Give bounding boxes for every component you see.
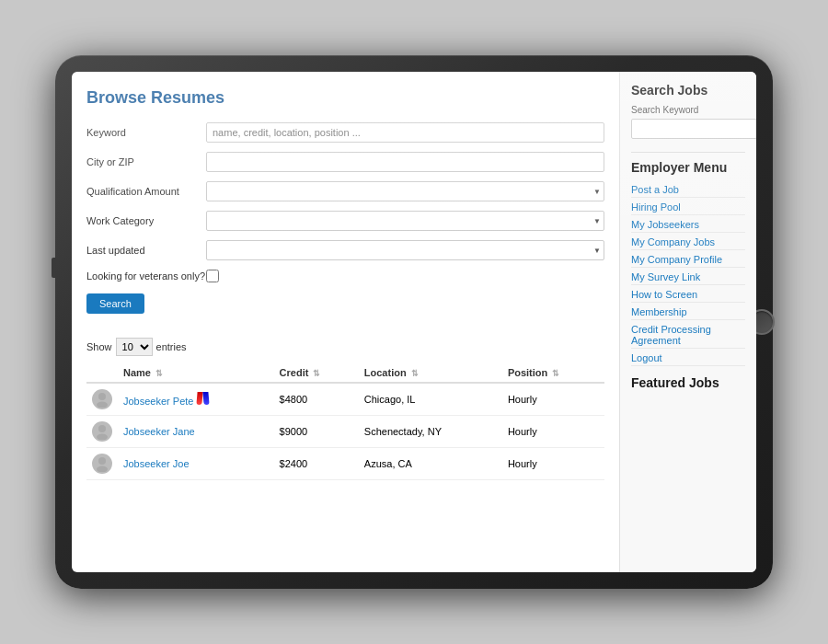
featured-jobs-title: Featured Jobs (631, 375, 745, 390)
last-updated-label: Last updated (86, 245, 206, 256)
position-sort-icon[interactable]: ⇅ (552, 369, 559, 378)
table-row: Jobseeker Pete $4800 Chicago, IL Hourly (86, 383, 604, 416)
results-table: Name ⇅ Credit ⇅ Location ⇅ Position ⇅ (86, 363, 604, 480)
content-area: Browse Resumes Keyword City or ZIP Quali… (72, 72, 756, 572)
city-input[interactable] (206, 152, 604, 172)
avatar-cell (86, 416, 118, 448)
credit-cell: $2400 (274, 448, 359, 480)
divider-1 (631, 152, 745, 153)
veteran-badge (197, 392, 209, 405)
employer-menu-item[interactable]: Logout (631, 351, 745, 366)
entries-label: entries (156, 341, 187, 352)
search-keyword-label: Search Keyword (631, 105, 745, 115)
employer-menu-item[interactable]: Membership (631, 305, 745, 320)
svg-point-0 (98, 393, 106, 400)
table-row: Jobseeker Joe $2400 Azusa, CA Hourly (86, 448, 604, 480)
ribbon-blue (202, 392, 209, 405)
name-cell: Jobseeker Joe (118, 448, 274, 480)
last-updated-select[interactable] (206, 240, 604, 260)
credit-cell: $9000 (274, 416, 359, 448)
city-label: City or ZIP (86, 156, 206, 167)
svg-point-2 (98, 425, 106, 432)
keyword-label: Keyword (86, 127, 206, 138)
city-row: City or ZIP (86, 152, 604, 172)
employer-menu-links: Post a JobHiring PoolMy JobseekersMy Com… (631, 182, 745, 366)
work-category-select-wrapper (206, 211, 604, 231)
employer-menu-item[interactable]: My Jobseekers (631, 217, 745, 233)
credit-cell: $4800 (274, 383, 359, 416)
employer-menu-item[interactable]: Credit Processing Agreement (631, 322, 745, 349)
qualification-select[interactable] (206, 181, 604, 201)
avatar-cell (86, 383, 118, 416)
svg-point-5 (97, 466, 108, 473)
col-position: Position ⇅ (502, 363, 604, 383)
avatar-icon (92, 454, 112, 474)
location-cell: Azusa, CA (359, 448, 502, 480)
show-label: Show (86, 341, 112, 352)
position-cell: Hourly (502, 448, 604, 480)
employer-menu-item[interactable]: My Survey Link (631, 270, 745, 285)
name-cell: Jobseeker Pete (118, 383, 274, 416)
name-link[interactable]: Jobseeker Jane (123, 426, 195, 437)
last-updated-row: Last updated (86, 240, 604, 260)
col-name: Name ⇅ (118, 363, 274, 383)
page-title: Browse Resumes (86, 88, 604, 108)
ribbon-red (196, 392, 202, 405)
qualification-select-wrapper (206, 181, 604, 201)
credit-sort-icon[interactable]: ⇅ (313, 369, 320, 378)
svg-point-4 (98, 457, 106, 465)
position-cell: Hourly (502, 416, 604, 448)
svg-point-3 (97, 434, 108, 441)
name-link[interactable]: Jobseeker Pete (123, 396, 193, 407)
name-link[interactable]: Jobseeker Joe (123, 458, 190, 469)
employer-menu-item[interactable]: How to Screen (631, 287, 745, 303)
col-location: Location ⇅ (359, 363, 502, 383)
keyword-input[interactable] (206, 122, 604, 143)
side-button (52, 258, 55, 278)
col-credit: Credit ⇅ (274, 363, 359, 383)
employer-menu-item[interactable]: My Company Profile (631, 252, 745, 268)
qualification-label: Qualification Amount (86, 186, 206, 197)
browse-search-button[interactable]: Search (86, 293, 144, 314)
employer-menu-item[interactable]: Hiring Pool (631, 200, 745, 215)
name-cell: Jobseeker Jane (118, 416, 274, 448)
name-sort-icon[interactable]: ⇅ (155, 369, 163, 378)
svg-point-1 (97, 402, 108, 408)
work-category-label: Work Category (86, 215, 206, 226)
veterans-checkbox[interactable] (206, 270, 219, 282)
employer-menu-item[interactable]: Post a Job (631, 182, 745, 198)
table-header-row: Name ⇅ Credit ⇅ Location ⇅ Position ⇅ (86, 363, 604, 383)
keyword-row: Keyword (86, 122, 604, 143)
table-row: Jobseeker Jane $9000 Schenectady, NY Hou… (86, 416, 604, 448)
avatar-icon (92, 421, 112, 442)
qualification-row: Qualification Amount (86, 181, 604, 201)
position-cell: Hourly (502, 383, 604, 416)
employer-menu-title: Employer Menu (631, 160, 745, 175)
tablet-screen: Browse Resumes Keyword City or ZIP Quali… (72, 72, 756, 572)
left-panel: Browse Resumes Keyword City or ZIP Quali… (72, 72, 620, 572)
show-row: Show 10 25 50 entries (86, 338, 604, 356)
avatar-icon (92, 389, 112, 409)
location-cell: Schenectady, NY (359, 416, 502, 448)
tablet-frame: Browse Resumes Keyword City or ZIP Quali… (55, 55, 773, 589)
veterans-label: Looking for veterans only? (86, 270, 206, 282)
keyword-search-row: Search (631, 119, 745, 139)
work-category-row: Work Category (86, 211, 604, 231)
location-cell: Chicago, IL (359, 383, 502, 416)
browse-form: Keyword City or ZIP Qualification Amount (86, 122, 604, 327)
right-panel: Search Jobs Search Keyword Search Employ… (620, 72, 756, 572)
show-select[interactable]: 10 25 50 (116, 338, 153, 356)
keyword-search-input[interactable] (631, 119, 756, 139)
search-jobs-title: Search Jobs (631, 83, 745, 98)
location-sort-icon[interactable]: ⇅ (411, 369, 419, 378)
avatar-cell (86, 448, 118, 480)
work-category-select[interactable] (206, 211, 604, 231)
veterans-row: Looking for veterans only? (86, 270, 604, 282)
employer-menu-item[interactable]: My Company Jobs (631, 235, 745, 250)
last-updated-select-wrapper (206, 240, 604, 260)
col-avatar (86, 363, 118, 383)
